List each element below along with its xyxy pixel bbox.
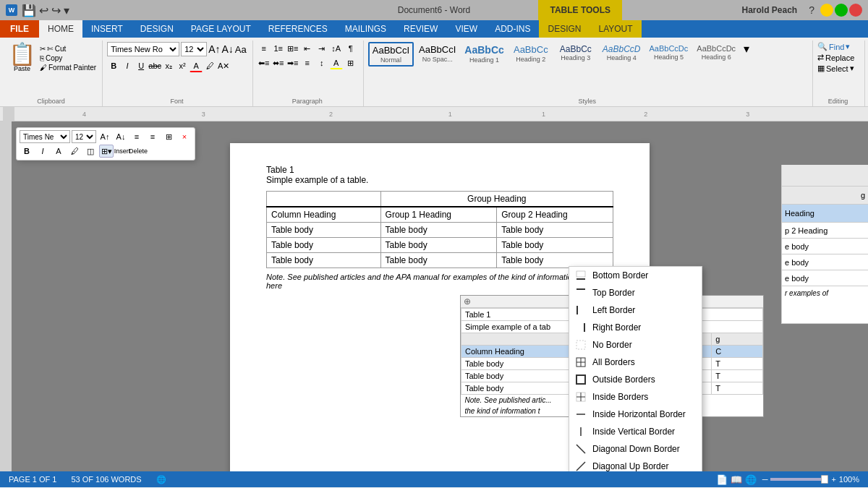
tab-design[interactable]: DESIGN xyxy=(132,20,182,38)
line-spacing-button[interactable]: ↕ xyxy=(315,56,328,69)
replace-button[interactable]: ⇄Replace xyxy=(817,53,854,62)
customize-icon[interactable]: ▾ xyxy=(64,4,69,17)
format-painter-button[interactable]: 🖌Format Painter xyxy=(40,64,96,72)
ctx-diagonal-down[interactable]: Diagonal Down Border xyxy=(569,440,702,458)
zoom-out-button[interactable]: ─ xyxy=(762,475,768,484)
tab-insert[interactable]: INSERT xyxy=(82,20,132,38)
ctx-inside-horizontal[interactable]: Inside Horizontal Border xyxy=(569,406,702,423)
paste-button[interactable]: 📋 Paste xyxy=(6,42,38,74)
mini-font-select[interactable]: Times Ne xyxy=(20,130,70,143)
ctx-top-border[interactable]: Top Border xyxy=(569,284,702,301)
ctx-right-border[interactable]: Right Border xyxy=(569,319,702,336)
mini-increase-font[interactable]: A↑ xyxy=(98,130,112,143)
bullets-button[interactable]: ≡ xyxy=(258,42,271,55)
style-heading1[interactable]: AaBbCc Heading 1 xyxy=(461,42,507,66)
show-marks-button[interactable]: ¶ xyxy=(344,42,357,55)
zoom-slider[interactable] xyxy=(770,478,828,481)
find-button[interactable]: 🔍Find▾ xyxy=(817,42,850,51)
ctx-diagonal-up[interactable]: Diagonal Up Border xyxy=(569,458,702,471)
ctx-no-border[interactable]: No Border xyxy=(569,336,702,354)
mini-insert[interactable]: Insert xyxy=(115,145,129,158)
tab-home[interactable]: HOME xyxy=(39,20,82,38)
undo-icon[interactable]: ↩ xyxy=(39,4,48,17)
web-layout-button[interactable]: 🌐 xyxy=(745,474,757,485)
mini-close[interactable]: × xyxy=(177,130,192,143)
align-center-button[interactable]: ⬌≡ xyxy=(272,56,285,69)
mini-size-select[interactable]: 12 xyxy=(72,130,96,143)
mini-font-color[interactable]: A xyxy=(51,145,66,158)
highlight-button[interactable]: 🖊 xyxy=(203,59,216,72)
mini-decrease-font[interactable]: A↓ xyxy=(114,130,128,143)
font-size-select[interactable]: 12 xyxy=(181,42,207,56)
mini-bullets[interactable]: ≡ xyxy=(129,130,144,143)
tab-view[interactable]: VIEW xyxy=(446,20,486,38)
change-case-icon[interactable]: Aa xyxy=(235,44,247,55)
save-icon[interactable]: 💾 xyxy=(22,4,36,17)
mini-numbering[interactable]: ≡ xyxy=(145,130,160,143)
maximize-button[interactable] xyxy=(835,4,848,17)
style-heading4[interactable]: AaBbCcD Heading 4 xyxy=(599,42,644,64)
decrease-font-icon[interactable]: A↓ xyxy=(221,43,233,55)
tab-mailings[interactable]: MAILINGS xyxy=(336,20,395,38)
decrease-indent-button[interactable]: ⇤ xyxy=(301,42,314,55)
mini-shading[interactable]: ◫ xyxy=(83,145,98,158)
tab-file[interactable]: FILE xyxy=(0,20,39,38)
superscript-button[interactable]: x² xyxy=(176,59,189,72)
ctx-bottom-border[interactable]: Bottom Border xyxy=(569,267,702,284)
tab-references[interactable]: REFERENCES xyxy=(260,20,336,38)
mini-highlight[interactable]: 🖊 xyxy=(67,145,82,158)
clear-formatting-button[interactable]: A✕ xyxy=(217,59,230,72)
tab-page-layout[interactable]: PAGE LAYOUT xyxy=(182,20,260,38)
style-heading3[interactable]: AaBbCc Heading 3 xyxy=(554,42,597,64)
ctx-inside-borders[interactable]: Inside Borders xyxy=(569,388,702,406)
justify-button[interactable]: ≡ xyxy=(301,56,314,69)
zoom-in-button[interactable]: + xyxy=(831,475,835,484)
zoom-slider-thumb[interactable] xyxy=(821,475,828,484)
mini-italic[interactable]: I xyxy=(35,145,50,158)
strikethrough-button[interactable]: abc xyxy=(148,59,161,72)
ctx-inside-vertical[interactable]: Inside Vertical Border xyxy=(569,423,702,440)
borders-button[interactable]: ⊞ xyxy=(344,56,357,69)
style-heading6[interactable]: AaBbCcDc Heading 6 xyxy=(693,42,739,63)
bold-button[interactable]: B xyxy=(107,59,120,72)
minimize-button[interactable] xyxy=(820,4,833,17)
cut-button[interactable]: ✂✄ Cut xyxy=(40,45,96,53)
sort-button[interactable]: ↕A xyxy=(330,42,343,55)
document-area[interactable]: Table 1 Simple example of a table. Group… xyxy=(12,121,868,471)
tab-tbl-design[interactable]: DESIGN xyxy=(539,20,590,38)
mini-delete[interactable]: Delete xyxy=(131,145,145,158)
multilevel-button[interactable]: ⊞≡ xyxy=(286,42,299,55)
select-button[interactable]: ▦Select▾ xyxy=(817,64,854,73)
numbering-button[interactable]: 1≡ xyxy=(272,42,285,55)
read-mode-button[interactable]: 📖 xyxy=(731,474,742,485)
tab-review[interactable]: REVIEW xyxy=(395,20,446,38)
style-no-spacing[interactable]: AaBbCcI No Spac... xyxy=(415,42,459,65)
ctx-left-border[interactable]: Left Border xyxy=(569,301,702,319)
print-layout-view-button[interactable]: 📄 xyxy=(716,474,728,485)
copy-button[interactable]: ⎘Copy xyxy=(40,54,96,62)
close-button[interactable] xyxy=(849,4,862,17)
increase-font-icon[interactable]: A↑ xyxy=(208,43,220,55)
tab-add-ins[interactable]: ADD-INS xyxy=(486,20,539,38)
text-color-button[interactable]: A xyxy=(190,59,203,72)
styles-more-button[interactable]: ▾ xyxy=(741,42,752,56)
style-heading2[interactable]: AaBbCc Heading 2 xyxy=(509,42,553,65)
style-heading5[interactable]: AaBbCcDc Heading 5 xyxy=(646,42,692,63)
align-left-button[interactable]: ⬅≡ xyxy=(258,56,271,69)
increase-indent-button[interactable]: ⇥ xyxy=(315,42,328,55)
mini-borders[interactable]: ⊞▾ xyxy=(99,145,114,158)
underline-button[interactable]: U xyxy=(135,59,148,72)
mini-bold[interactable]: B xyxy=(20,145,34,158)
help-icon[interactable]: ? xyxy=(809,4,814,16)
subscript-button[interactable]: x₂ xyxy=(162,59,175,72)
ctx-outside-borders[interactable]: Outside Borders xyxy=(569,371,702,388)
align-right-button[interactable]: ➡≡ xyxy=(286,56,299,69)
italic-button[interactable]: I xyxy=(121,59,134,72)
mini-table-grid[interactable]: ⊞ xyxy=(161,130,176,143)
shading-button[interactable]: A xyxy=(330,56,343,69)
language-icon[interactable]: 🌐 xyxy=(156,475,166,484)
font-name-select[interactable]: Times New Ro xyxy=(107,42,179,56)
tab-tbl-layout[interactable]: LAYOUT xyxy=(590,20,641,38)
ctx-all-borders[interactable]: All Borders xyxy=(569,354,702,371)
style-normal[interactable]: AaBbCcI Normal xyxy=(368,42,414,67)
